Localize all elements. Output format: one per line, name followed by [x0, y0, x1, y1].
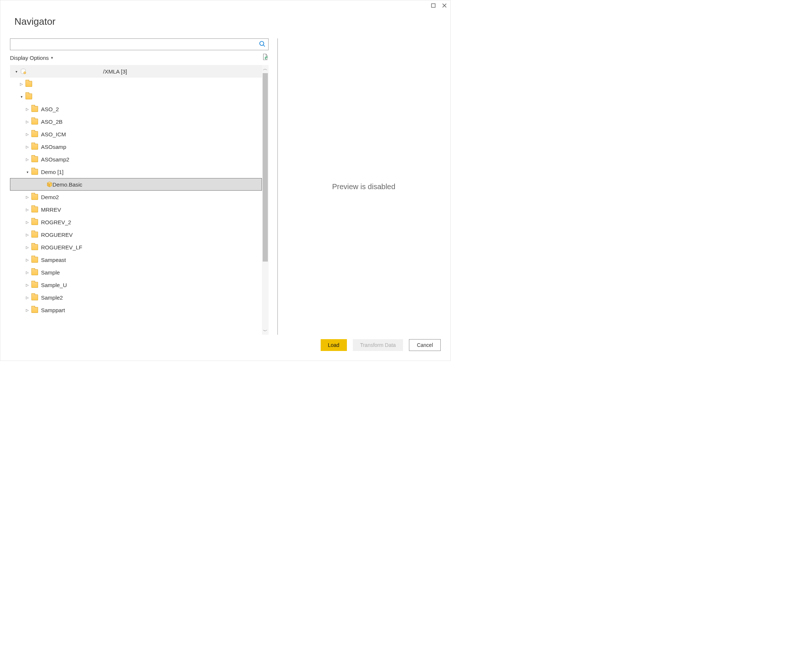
dialog-title: Navigator: [14, 16, 436, 28]
main-area: Display Options ▾: [10, 38, 441, 335]
folder-icon: [31, 144, 38, 150]
tree-node[interactable]: ROGUEREV_LF: [10, 241, 262, 254]
tree-node[interactable]: ASO_ICM: [10, 128, 262, 141]
folder-icon: [31, 232, 38, 238]
tree-node-label: Demo [1]: [41, 169, 64, 175]
folder-icon: [31, 169, 38, 175]
tree-node-label: MRREV: [41, 206, 61, 213]
folder-icon: [26, 81, 32, 87]
toggle-icon[interactable]: [25, 220, 30, 224]
toggle-icon[interactable]: [25, 283, 30, 287]
tree-node[interactable]: Sample2: [10, 291, 262, 304]
toggle-icon[interactable]: [19, 95, 24, 99]
toggle-icon[interactable]: [25, 295, 30, 300]
maximize-icon[interactable]: [431, 3, 435, 9]
cube-icon: [47, 181, 52, 187]
folder-icon: [26, 93, 32, 99]
toggle-icon[interactable]: [25, 170, 30, 174]
tree-node[interactable]: Sampeast: [10, 254, 262, 266]
toggle-icon[interactable]: [25, 120, 30, 124]
tree-node-label: Sample_U: [41, 282, 67, 288]
tree-node-label: /XMLA [3]: [103, 68, 127, 75]
tree-node[interactable]: Samppart: [10, 304, 262, 316]
scroll-up-icon[interactable]: ︿: [262, 65, 269, 72]
preview-panel: Preview is disabled: [287, 38, 441, 335]
cancel-button[interactable]: Cancel: [409, 339, 441, 351]
tree-scrollbar[interactable]: ︿ ﹀: [262, 65, 269, 335]
folder-icon: [31, 282, 38, 288]
folder-icon: [31, 119, 38, 124]
tree-node-label: Samppart: [41, 307, 65, 313]
tree-node-label: ASO_ICM: [41, 131, 66, 138]
folder-icon: [31, 156, 38, 162]
tree-node-label: ASOsamp2: [41, 156, 69, 162]
toggle-icon[interactable]: [25, 258, 30, 262]
scroll-thumb[interactable]: [263, 73, 268, 261]
folder-icon: [31, 295, 38, 300]
toggle-icon[interactable]: [25, 245, 30, 249]
dialog-footer: Load Transform Data Cancel: [10, 335, 441, 357]
search-icon[interactable]: [259, 41, 266, 49]
tree-node[interactable]: MRREV: [10, 203, 262, 216]
toggle-icon[interactable]: [25, 107, 30, 111]
database-icon: [20, 68, 26, 74]
folder-icon: [31, 269, 38, 275]
tree-node[interactable]: ASO_2B: [10, 115, 262, 128]
tree-node-label: ASO_2B: [41, 119, 63, 125]
toggle-icon[interactable]: [25, 308, 30, 312]
toggle-icon[interactable]: [25, 208, 30, 212]
tree-node-label: Sample2: [41, 295, 63, 301]
toggle-icon[interactable]: [25, 195, 30, 199]
tree-node[interactable]: [10, 90, 262, 103]
display-options-dropdown[interactable]: Display Options ▾: [10, 55, 53, 61]
panel-divider: [278, 38, 278, 335]
tree-node-label: ROGUEREV_LF: [41, 244, 82, 251]
load-button[interactable]: Load: [321, 339, 347, 351]
tree-container: /XMLA [3] ASO_2 AS: [10, 65, 269, 335]
tree-node[interactable]: [10, 78, 262, 90]
toggle-icon[interactable]: [14, 69, 19, 73]
tree: /XMLA [3] ASO_2 AS: [10, 65, 262, 335]
tree-root[interactable]: /XMLA [3]: [10, 65, 262, 78]
tree-node[interactable]: ROGUEREV: [10, 228, 262, 241]
tree-node-label: ASO_2: [41, 106, 59, 112]
search-input[interactable]: [10, 38, 269, 50]
tree-node-label: Demo2: [41, 194, 59, 200]
svg-point-1: [260, 41, 264, 46]
toggle-icon[interactable]: [25, 157, 30, 162]
tree-node-demo[interactable]: Demo [1]: [10, 165, 262, 178]
tree-node[interactable]: Demo2: [10, 191, 262, 203]
toggle-icon[interactable]: [25, 145, 30, 149]
toggle-icon[interactable]: [25, 132, 30, 136]
refresh-icon[interactable]: [262, 53, 269, 62]
toggle-icon[interactable]: [25, 271, 30, 275]
folder-icon: [31, 219, 38, 225]
tree-node[interactable]: ROGREV_2: [10, 216, 262, 228]
toggle-icon[interactable]: [19, 82, 24, 86]
tree-node[interactable]: Sample_U: [10, 278, 262, 291]
tree-leaf-demo-basic[interactable]: Demo.Basic: [10, 178, 262, 191]
tree-node-label: Sampeast: [41, 257, 66, 263]
tree-node-label: Demo.Basic: [52, 181, 82, 188]
svg-point-3: [24, 72, 26, 74]
folder-icon: [31, 106, 38, 112]
folder-icon: [31, 307, 38, 313]
display-options-label: Display Options: [10, 55, 49, 61]
tree-node-label: ROGREV_2: [41, 219, 71, 225]
search-wrapper: [10, 38, 269, 50]
tree-node[interactable]: ASOsamp2: [10, 153, 262, 165]
tree-node[interactable]: Sample: [10, 266, 262, 278]
tree-node-label: ASOsamp: [41, 144, 66, 150]
left-panel: Display Options ▾: [10, 38, 269, 335]
preview-message: Preview is disabled: [332, 182, 395, 191]
chevron-down-icon: ▾: [51, 55, 53, 60]
folder-icon: [31, 194, 38, 200]
transform-data-button: Transform Data: [353, 339, 403, 351]
scroll-down-icon[interactable]: ﹀: [262, 327, 269, 335]
close-icon[interactable]: [442, 3, 447, 9]
svg-rect-0: [432, 4, 435, 8]
tree-node[interactable]: ASO_2: [10, 103, 262, 115]
tree-node[interactable]: ASOsamp: [10, 141, 262, 153]
folder-icon: [31, 206, 38, 212]
toggle-icon[interactable]: [25, 233, 30, 237]
